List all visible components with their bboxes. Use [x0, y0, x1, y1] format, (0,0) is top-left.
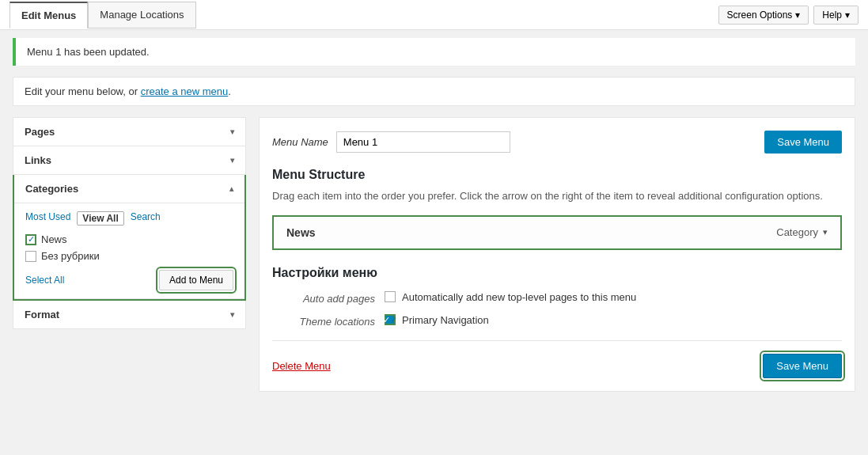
add-to-menu-button[interactable]: Add to Menu — [159, 270, 233, 290]
accordion-categories-header[interactable]: Categories ▴ — [14, 175, 244, 203]
menu-name-label: Menu Name — [272, 136, 328, 148]
divider — [272, 340, 842, 341]
admin-bar: Edit Menus Manage Locations Screen Optio… — [0, 0, 868, 30]
accordion-links: Links ▾ — [13, 146, 246, 175]
pages-arrow-icon: ▾ — [230, 127, 234, 136]
category-bez-rubriki-label: Без рубрики — [41, 250, 100, 262]
right-panel: Menu Name Save Menu Menu Structure Drag … — [259, 117, 855, 392]
help-label: Help — [822, 9, 842, 21]
admin-bar-actions: Screen Options ▾ Help ▾ — [718, 6, 859, 25]
accordion-links-header[interactable]: Links ▾ — [13, 146, 245, 174]
content-row: Pages ▾ Links ▾ Categories ▴ — [13, 117, 855, 392]
links-label: Links — [25, 154, 51, 166]
bottom-actions: Delete Menu Save Menu — [272, 354, 842, 378]
tab-manage-locations[interactable]: Manage Locations — [88, 2, 195, 28]
menu-structure-title: Menu Structure — [272, 168, 842, 182]
categories-body: Most Used View All Search News Без рубри… — [14, 203, 244, 299]
menu-name-row: Menu Name Save Menu — [272, 131, 842, 154]
info-text-after: . — [228, 85, 231, 97]
screen-options-arrow-icon: ▾ — [795, 9, 800, 21]
info-bar: Edit your menu below, or create a new me… — [13, 77, 855, 106]
links-arrow-icon: ▾ — [230, 156, 234, 165]
menu-name-input[interactable] — [336, 131, 510, 153]
checkbox-bez-rubriki[interactable] — [25, 251, 36, 262]
menu-item-news: News Category ▾ — [272, 215, 842, 250]
format-arrow-icon: ▾ — [230, 310, 234, 319]
page-wrap: Menu 1 has been updated. Edit your menu … — [0, 30, 868, 400]
tab-view-all[interactable]: View All — [77, 211, 123, 226]
menu-item-dropdown-icon[interactable]: ▾ — [823, 227, 828, 237]
menu-name-left: Menu Name — [272, 131, 510, 153]
accordion-categories: Categories ▴ Most Used View All Search N… — [13, 175, 246, 301]
auto-add-value: Automatically add new top-level pages to… — [385, 291, 636, 303]
create-new-menu-link[interactable]: create a new menu — [141, 85, 229, 97]
save-menu-button-bottom[interactable]: Save Menu — [763, 354, 842, 378]
theme-locations-label: Theme locations — [272, 314, 375, 328]
admin-tabs: Edit Menus Manage Locations — [9, 2, 196, 28]
checkbox-news[interactable] — [25, 234, 36, 245]
help-arrow-icon: ▾ — [845, 9, 850, 21]
accordion-pages-header[interactable]: Pages ▾ — [13, 118, 245, 146]
theme-locations-row: Theme locations ✓ Primary Navigation — [272, 314, 842, 328]
category-tabs: Most Used View All Search — [25, 211, 233, 226]
menu-structure-desc: Drag each item into the order you prefer… — [272, 188, 842, 204]
primary-nav-checkbox[interactable]: ✓ — [385, 314, 396, 325]
accordion-pages: Pages ▾ — [13, 117, 246, 146]
tab-search[interactable]: Search — [131, 211, 161, 226]
select-all-link[interactable]: Select All — [25, 275, 64, 286]
tab-most-used[interactable]: Most Used — [25, 211, 70, 226]
screen-options-button[interactable]: Screen Options ▾ — [718, 6, 809, 25]
info-text: Edit your menu below, or — [25, 85, 141, 97]
category-item-news: News — [25, 233, 233, 245]
auto-add-desc: Automatically add new top-level pages to… — [402, 291, 636, 303]
auto-add-pages-row: Auto add pages Automatically add new top… — [272, 291, 842, 305]
accordion-format: Format ▾ — [13, 301, 246, 329]
accordion-format-header[interactable]: Format ▾ — [13, 301, 245, 328]
settings-title: Настройки меню — [272, 266, 842, 280]
notice-bar: Menu 1 has been updated. — [13, 38, 855, 66]
screen-options-label: Screen Options — [727, 9, 793, 21]
save-menu-button-top[interactable]: Save Menu — [764, 131, 842, 154]
primary-nav-label: Primary Navigation — [402, 314, 489, 326]
categories-arrow-icon: ▴ — [229, 184, 233, 193]
category-item-bez-rubriki: Без рубрики — [25, 250, 233, 262]
help-button[interactable]: Help ▾ — [813, 6, 859, 25]
category-actions: Select All Add to Menu — [25, 270, 233, 290]
categories-label: Categories — [25, 183, 78, 195]
tab-edit-menus[interactable]: Edit Menus — [9, 2, 88, 28]
notice-text: Menu 1 has been updated. — [27, 46, 150, 58]
delete-menu-link[interactable]: Delete Menu — [272, 360, 331, 372]
left-panel: Pages ▾ Links ▾ Categories ▴ — [13, 117, 246, 392]
menu-item-type-label: Category — [776, 226, 818, 238]
theme-locations-value: ✓ Primary Navigation — [385, 314, 489, 326]
category-news-label: News — [41, 233, 67, 245]
menu-item-type: Category ▾ — [776, 226, 828, 238]
auto-add-label: Auto add pages — [272, 291, 375, 305]
menu-item-news-name: News — [286, 226, 316, 239]
format-label: Format — [25, 309, 59, 320]
auto-add-checkbox[interactable] — [385, 291, 396, 302]
pages-label: Pages — [25, 126, 55, 138]
